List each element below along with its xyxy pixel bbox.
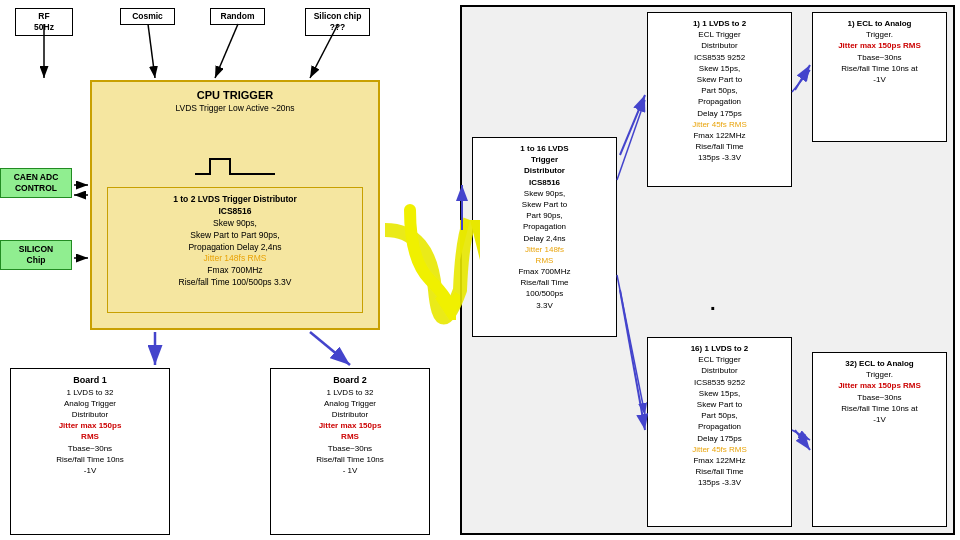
cpu-trigger-title: CPU TRIGGER LVDS Trigger Low Active ~20n…: [92, 88, 378, 115]
input-random: Random: [210, 8, 265, 25]
caen-adc-box: CAEN ADC CONTROL: [0, 168, 72, 198]
ecl-top-box: 1) 1 LVDS to 2 ECL Trigger Distributor I…: [647, 12, 792, 187]
board2-box: Board 2 1 LVDS to 32 Analog Trigger Dist…: [270, 368, 430, 535]
curved-arrow: [400, 200, 460, 320]
ecl-bottom-box: 16) 1 LVDS to 2 ECL Trigger Distributor …: [647, 337, 792, 527]
analog-bottom-box: 32) ECL to Analog Trigger. Jitter max 15…: [812, 352, 947, 527]
board1-box: Board 1 1 LVDS to 32 Analog Trigger Dist…: [10, 368, 170, 535]
silicon-chip-box: SILICON Chip: [0, 240, 72, 270]
waveform-icon: [195, 154, 275, 179]
svg-line-6: [215, 24, 238, 78]
diagram: RF 50Hz Cosmic Random Silicon chip ??? C…: [0, 0, 960, 540]
center-lvds-box: 1 to 16 LVDS Trigger Distributor ICS8516…: [472, 137, 617, 337]
svg-line-12: [310, 332, 350, 365]
cpu-trigger-box: CPU TRIGGER LVDS Trigger Low Active ~20n…: [90, 80, 380, 330]
inner-distributor-box: 1 to 2 LVDS Trigger Distributor ICS8516 …: [107, 187, 363, 313]
right-panel: 1 to 16 LVDS Trigger Distributor ICS8516…: [460, 5, 955, 535]
input-silicon-chip: Silicon chip ???: [305, 8, 370, 36]
input-rf: RF 50Hz: [15, 8, 73, 36]
svg-line-5: [148, 24, 155, 78]
dot-separator: .: [710, 292, 716, 315]
input-cosmic: Cosmic: [120, 8, 175, 25]
analog-top-box: 1) ECL to Analog Trigger. Jitter max 150…: [812, 12, 947, 142]
